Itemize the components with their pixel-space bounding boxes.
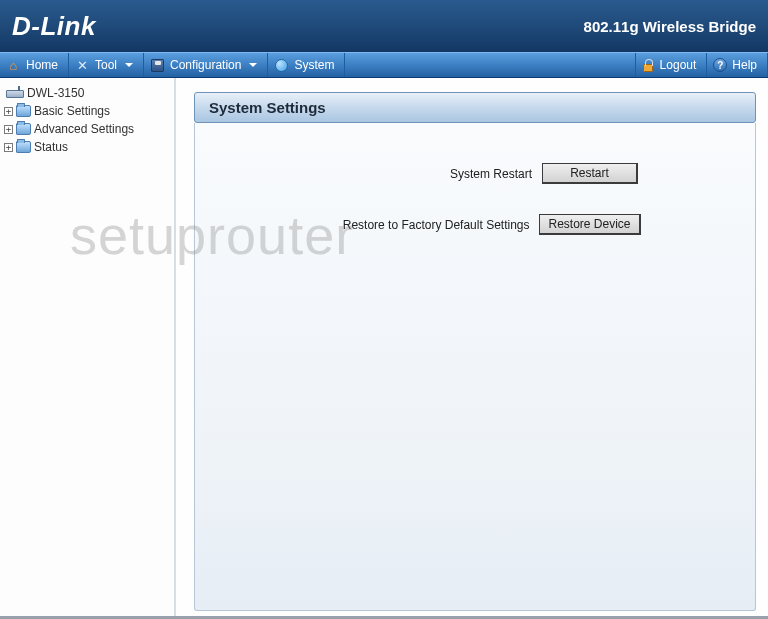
- globe-icon: [274, 58, 289, 73]
- folder-icon: [16, 105, 31, 117]
- toolbar-configuration-label: Configuration: [170, 58, 241, 72]
- toolbar-home[interactable]: ⌂ Home: [0, 53, 69, 77]
- top-toolbar: ⌂ Home ✕ Tool Configuration System Logou…: [0, 52, 768, 78]
- chevron-down-icon: [125, 63, 133, 67]
- toolbar-tool[interactable]: ✕ Tool: [69, 53, 144, 77]
- row-restore-factory: Restore to Factory Default Settings Rest…: [225, 214, 725, 235]
- restore-device-button[interactable]: Restore Device: [539, 214, 640, 235]
- expand-icon[interactable]: +: [4, 125, 13, 134]
- toolbar-help[interactable]: ? Help: [707, 53, 768, 77]
- toolbar-help-label: Help: [732, 58, 757, 72]
- sidebar-tree: DWL-3150 + Basic Settings + Advanced Set…: [0, 78, 176, 616]
- panel-body: System Restart Restart Restore to Factor…: [194, 123, 756, 611]
- toolbar-system[interactable]: System: [268, 53, 345, 77]
- folder-icon: [16, 141, 31, 153]
- tree-item-basic-settings[interactable]: + Basic Settings: [4, 102, 170, 120]
- tree-item-label: Status: [34, 140, 68, 154]
- home-icon: ⌂: [6, 58, 21, 73]
- row-system-restart: System Restart Restart: [225, 163, 725, 184]
- tool-icon: ✕: [75, 58, 90, 73]
- toolbar-home-label: Home: [26, 58, 58, 72]
- toolbar-logout-label: Logout: [660, 58, 697, 72]
- toolbar-tool-label: Tool: [95, 58, 117, 72]
- lock-icon: [642, 59, 655, 72]
- help-icon: ?: [713, 58, 727, 72]
- label-restore-factory: Restore to Factory Default Settings: [309, 218, 529, 232]
- tree-device[interactable]: DWL-3150: [4, 84, 170, 102]
- tree-item-label: Advanced Settings: [34, 122, 134, 136]
- expand-icon[interactable]: +: [4, 143, 13, 152]
- tree-item-advanced-settings[interactable]: + Advanced Settings: [4, 120, 170, 138]
- disk-icon: [150, 58, 165, 73]
- panel-title: System Settings: [194, 92, 756, 123]
- header-bar: D-Link 802.11g Wireless Bridge: [0, 0, 768, 52]
- expand-icon[interactable]: +: [4, 107, 13, 116]
- tree-item-status[interactable]: + Status: [4, 138, 170, 156]
- toolbar-spacer: [345, 53, 635, 77]
- tree-device-label: DWL-3150: [27, 86, 84, 100]
- toolbar-configuration[interactable]: Configuration: [144, 53, 268, 77]
- folder-icon: [16, 123, 31, 135]
- toolbar-logout[interactable]: Logout: [636, 53, 708, 77]
- brand-logo: D-Link: [12, 11, 96, 42]
- tree-item-label: Basic Settings: [34, 104, 110, 118]
- toolbar-system-label: System: [294, 58, 334, 72]
- restart-button[interactable]: Restart: [542, 163, 638, 184]
- device-icon: [6, 87, 22, 99]
- product-title: 802.11g Wireless Bridge: [584, 18, 756, 35]
- body-area: DWL-3150 + Basic Settings + Advanced Set…: [0, 78, 768, 616]
- main-panel: System Settings System Restart Restart R…: [176, 78, 768, 616]
- chevron-down-icon: [249, 63, 257, 67]
- label-system-restart: System Restart: [312, 167, 532, 181]
